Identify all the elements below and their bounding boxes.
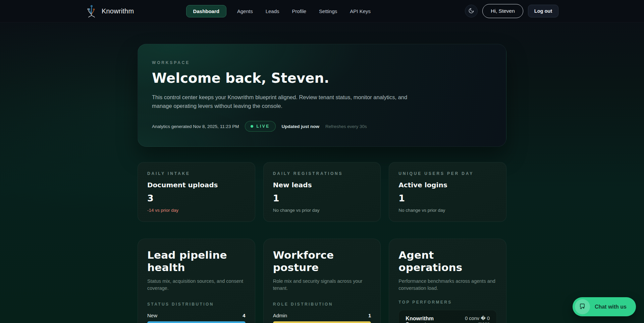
analytics-generated-text: Analytics generated Nov 8, 2025, 11:23 P… (152, 124, 239, 129)
panels-row: Lead pipeline health Status mix, acquisi… (138, 239, 506, 323)
performer-name: Knowrithm Support (406, 316, 453, 323)
stat-title: Active logins (398, 181, 497, 189)
performer-stats: 0 conv � 0 msgs (453, 316, 490, 323)
nav-item-dashboard[interactable]: Dashboard (186, 5, 226, 17)
role-label: Admin (273, 313, 287, 318)
stat-title: New leads (273, 181, 371, 189)
agent-operations-panel: Agent operations Performance benchmarks … (389, 239, 506, 323)
performer-card-knowrithm-support: Knowrithm Support Active 0 conv � 0 msgs… (398, 310, 497, 323)
status-value: 4 (243, 313, 245, 318)
stat-eyebrow: UNIQUE USERS PER DAY (398, 171, 497, 176)
live-badge: LIVE (245, 121, 275, 132)
role-row-admin: Admin 1 (273, 313, 371, 318)
top-performers-label: TOP PERFORMERS (398, 300, 497, 305)
workforce-posture-panel: Workforce posture Role mix and security … (263, 239, 381, 323)
welcome-card: WORKSPACE Welcome back, Steven. This con… (138, 44, 506, 147)
updated-text: Updated just now (282, 124, 320, 129)
user-greeting-pill[interactable]: Hi, Steven (482, 4, 523, 18)
panel-description: Role mix and security signals across you… (273, 278, 371, 292)
chat-with-us-button[interactable]: Chat with us (573, 297, 636, 316)
nav-item-settings[interactable]: Settings (317, 5, 339, 17)
nav-item-profile[interactable]: Profile (290, 5, 309, 17)
status-bar-track (147, 321, 246, 323)
status-distribution-label: STATUS DISTRIBUTION (147, 302, 246, 307)
status-row-new: New 4 (147, 313, 246, 318)
brand[interactable]: Knowrithm (86, 3, 134, 19)
chat-icon-circle (575, 299, 590, 314)
welcome-title: Welcome back, Steven. (152, 70, 492, 86)
stat-card-new-leads: DAILY REGISTRATIONS New leads 1 No chang… (263, 162, 381, 222)
stat-eyebrow: DAILY INTAKE (147, 171, 246, 176)
main-nav: Dashboard Agents Leads Profile Settings … (186, 5, 373, 17)
stat-delta: -14 vs prior day (147, 208, 246, 213)
chat-label: Chat with us (595, 304, 627, 310)
stat-eyebrow: DAILY REGISTRATIONS (273, 171, 371, 176)
status-label: New (147, 313, 157, 318)
role-bar-fill (273, 321, 371, 323)
stat-value: 1 (398, 193, 497, 203)
role-distribution-label: ROLE DISTRIBUTION (273, 302, 371, 307)
panel-title: Lead pipeline health (147, 249, 246, 273)
live-dot-icon (251, 125, 253, 128)
refresh-text: Refreshes every 30s (325, 124, 367, 129)
nav-item-leads[interactable]: Leads (264, 5, 281, 17)
nav-item-agents[interactable]: Agents (235, 5, 255, 17)
stat-card-document-uploads: DAILY INTAKE Document uploads 3 -14 vs p… (138, 162, 255, 222)
stat-title: Document uploads (147, 181, 246, 189)
top-navbar: Knowrithm Dashboard Agents Leads Profile… (0, 0, 644, 22)
header-actions: Hi, Steven Log out (465, 4, 558, 18)
panel-title: Agent operations (398, 249, 497, 273)
stat-value: 1 (273, 193, 371, 203)
nav-item-api-keys[interactable]: API Keys (348, 5, 373, 17)
panel-title: Workforce posture (273, 249, 371, 273)
stat-value: 3 (147, 193, 246, 203)
chat-bubble-icon (579, 303, 586, 311)
knowrithm-logo-icon (86, 3, 98, 19)
role-bar-track (273, 321, 371, 323)
stats-row: DAILY INTAKE Document uploads 3 -14 vs p… (138, 162, 506, 222)
stat-delta: No change vs prior day (273, 208, 371, 213)
stat-card-active-logins: UNIQUE USERS PER DAY Active logins 1 No … (389, 162, 506, 222)
status-bar-fill (147, 321, 246, 323)
stat-delta: No change vs prior day (398, 208, 497, 213)
brand-name: Knowrithm (102, 7, 134, 15)
welcome-description: This control center keeps your Knowrithm… (152, 93, 420, 110)
live-label: LIVE (256, 124, 270, 129)
dashboard-content: WORKSPACE Welcome back, Steven. This con… (138, 22, 506, 323)
workspace-eyebrow: WORKSPACE (152, 60, 492, 65)
theme-toggle-button[interactable] (465, 5, 478, 17)
moon-icon (468, 8, 474, 15)
logout-button[interactable]: Log out (528, 5, 558, 17)
panel-description: Performance benchmarks across agents and… (398, 278, 497, 292)
panel-description: Status mix, acquisition sources, and con… (147, 278, 246, 292)
analytics-meta-row: Analytics generated Nov 8, 2025, 11:23 P… (152, 121, 492, 132)
role-value: 1 (368, 313, 371, 318)
lead-pipeline-health-panel: Lead pipeline health Status mix, acquisi… (138, 239, 255, 323)
